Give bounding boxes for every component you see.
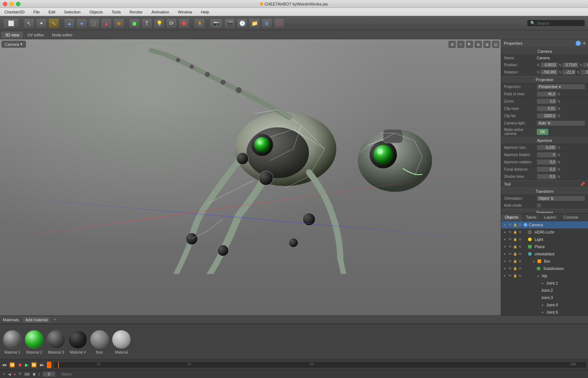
lock-icon-camera[interactable]: 🔒 bbox=[513, 223, 517, 227]
pos-y-input[interactable] bbox=[562, 62, 579, 68]
material-item-1[interactable]: Material 1 bbox=[3, 330, 22, 354]
aperture-size-input[interactable] bbox=[537, 145, 557, 150]
pos-x-stepper[interactable]: ⇅ bbox=[537, 63, 540, 67]
vis-icon-subdiv[interactable]: ● bbox=[503, 266, 507, 271]
pos-x-input[interactable] bbox=[540, 62, 558, 68]
tl-next-frame-button[interactable]: ⏩ bbox=[31, 362, 37, 368]
person-tool[interactable]: 🧍 bbox=[194, 18, 205, 28]
set-icon-hdri[interactable]: ⚙ bbox=[518, 230, 522, 234]
search-input[interactable] bbox=[537, 21, 580, 25]
status-back-btn[interactable]: ◀ bbox=[8, 372, 11, 376]
auto-mode-checkbox[interactable] bbox=[537, 203, 541, 208]
aperture-blades-input[interactable] bbox=[537, 152, 557, 158]
pos-y-stepper[interactable]: ⇅ bbox=[559, 63, 561, 67]
menu-selection[interactable]: Selection bbox=[63, 9, 82, 15]
material-item-4[interactable]: Material 4 bbox=[68, 330, 87, 354]
lock-icon-subdiv[interactable]: 🔒 bbox=[513, 266, 517, 271]
visibility-icon-camera[interactable]: ● bbox=[503, 223, 507, 227]
rot-x-input[interactable] bbox=[540, 69, 558, 75]
zoom-input[interactable] bbox=[537, 99, 557, 104]
scene-item-bot[interactable]: ● 👁 🔒 ⚙ Bot bbox=[501, 258, 588, 265]
clip-far-stepper[interactable]: ⇅ bbox=[557, 114, 560, 118]
tl-prev-frame-button[interactable]: ⏪ bbox=[9, 362, 16, 368]
menu-help[interactable]: Help bbox=[200, 9, 211, 15]
timeline-track[interactable]: 1|0 2|0 3|0 120 bbox=[53, 362, 587, 368]
status-more-btn[interactable]: | bbox=[39, 372, 40, 376]
tl-skip-start-button[interactable]: ⏮ bbox=[1, 362, 7, 368]
3d-viewport[interactable]: Camera ▾ ⚙ + 🔍 ⊕ ⊞ ⊡ bbox=[0, 39, 501, 315]
scene-item-light[interactable]: ● 👁 🔒 ⚙ Light bbox=[501, 236, 588, 243]
focal-distance-input[interactable] bbox=[537, 167, 557, 172]
text-tool[interactable]: T bbox=[141, 18, 152, 28]
vis-icon-hip[interactable]: ● bbox=[503, 274, 507, 278]
menu-edit[interactable]: Edit bbox=[47, 9, 57, 15]
material-item-plain[interactable]: Material bbox=[112, 330, 131, 354]
pos-z-stepper[interactable]: ⇅ bbox=[579, 63, 582, 67]
set-icon-bot[interactable]: ⚙ bbox=[518, 259, 522, 263]
minimize-button[interactable] bbox=[9, 2, 14, 6]
cam-icon-bot[interactable]: 👁 bbox=[508, 259, 512, 263]
scene-item-joint1[interactable]: Joint.1 bbox=[501, 279, 588, 287]
menu-file[interactable]: File bbox=[32, 9, 41, 15]
viewport-grid-btn[interactable]: ⊞ bbox=[483, 41, 491, 48]
maximize-button[interactable] bbox=[16, 2, 20, 6]
monitor-tool[interactable]: 🖥 bbox=[261, 18, 272, 28]
menu-tools[interactable]: Tools bbox=[110, 9, 122, 15]
move-tool-button[interactable]: ✦ bbox=[36, 18, 47, 28]
viewport-add-btn[interactable]: + bbox=[457, 41, 464, 48]
folder-tool[interactable]: 📁 bbox=[249, 18, 260, 28]
clip-far-input[interactable] bbox=[537, 113, 557, 119]
sym-tool[interactable]: ⬟ bbox=[178, 18, 189, 28]
bend-tool[interactable]: ⟳ bbox=[166, 18, 177, 28]
lock-icon-light[interactable]: 🔒 bbox=[513, 237, 517, 242]
viewport-settings-btn[interactable]: ⚙ bbox=[448, 41, 456, 48]
set-icon-plane[interactable]: ⚙ bbox=[518, 244, 522, 249]
tab-takes[interactable]: Takes bbox=[522, 214, 540, 221]
select-tool-button[interactable]: ↖ bbox=[24, 18, 35, 28]
prop-orientation-value[interactable]: Object ⇅ bbox=[537, 196, 585, 201]
tl-play-button[interactable]: ▶ bbox=[24, 362, 29, 368]
material-item-3[interactable]: Material 3 bbox=[47, 330, 65, 354]
cube2-tool[interactable]: ◼ bbox=[129, 18, 140, 28]
cam-icon-subdiv[interactable]: 👁 bbox=[508, 266, 512, 271]
vis-icon-cheetah[interactable]: ● bbox=[503, 252, 507, 256]
menu-render[interactable]: Render bbox=[128, 9, 144, 15]
frame-number-input[interactable] bbox=[43, 371, 55, 377]
cube-tool[interactable]: ◻ bbox=[89, 18, 100, 28]
clock-tool[interactable]: 🕐 bbox=[237, 18, 247, 28]
tab-node-editor[interactable]: Node editor bbox=[48, 32, 76, 38]
zoom-stepper[interactable]: ⇅ bbox=[557, 99, 560, 103]
fov-input[interactable] bbox=[537, 91, 557, 97]
mat-dropdown-icon[interactable]: ▾ bbox=[54, 317, 56, 322]
vis-icon-bot[interactable]: ● bbox=[503, 259, 507, 263]
shutter-time-input[interactable] bbox=[537, 174, 557, 179]
vis-icon-hdri[interactable]: ● bbox=[503, 230, 507, 234]
vis-icon-light[interactable]: ● bbox=[503, 237, 507, 242]
cam-icon-hip[interactable]: 👁 bbox=[508, 274, 512, 278]
viewport-more-btn[interactable]: ⊡ bbox=[492, 41, 499, 48]
status-rec-btn[interactable]: ● bbox=[14, 372, 16, 376]
cam-icon-cheetah[interactable]: 👁 bbox=[508, 252, 512, 256]
camera-vis-icon[interactable]: 👁 bbox=[508, 223, 512, 227]
lock-icon-bot[interactable]: 🔒 bbox=[513, 259, 517, 263]
tl-record-button[interactable]: ⏺ bbox=[17, 362, 23, 368]
scene-item-plane[interactable]: ● 👁 🔒 ⚙ Plane bbox=[501, 243, 588, 250]
cam-icon-light[interactable]: 👁 bbox=[508, 237, 512, 242]
tab-uv-editor[interactable]: UV editor bbox=[24, 32, 48, 38]
set-icon-cheetah[interactable]: ⚙ bbox=[518, 252, 522, 256]
rot-y-input[interactable] bbox=[562, 69, 576, 75]
scale-tool-button[interactable]: ⤡ bbox=[48, 18, 59, 28]
aperture-rotation-stepper[interactable]: ⇅ bbox=[557, 160, 560, 164]
material-item-floor[interactable]: floor bbox=[90, 330, 109, 354]
menu-cheetah3d[interactable]: Cheetah3D bbox=[3, 9, 26, 15]
status-stop-btn[interactable]: ⏹ bbox=[32, 372, 36, 376]
menu-window[interactable]: Window bbox=[177, 9, 194, 15]
light-tool[interactable]: 💡 bbox=[154, 18, 165, 28]
sphere-tool[interactable]: ● bbox=[76, 18, 87, 28]
viewport-search-btn[interactable]: 🔍 bbox=[466, 41, 473, 48]
menu-objects[interactable]: Objects bbox=[88, 9, 104, 15]
aperture-rotation-input[interactable] bbox=[537, 159, 557, 165]
status-cursor-btn[interactable]: P bbox=[19, 372, 21, 376]
lock-icon-cheetah[interactable]: 🔒 bbox=[513, 252, 517, 256]
scene-item-joint5[interactable]: Joint.5 bbox=[501, 309, 588, 315]
